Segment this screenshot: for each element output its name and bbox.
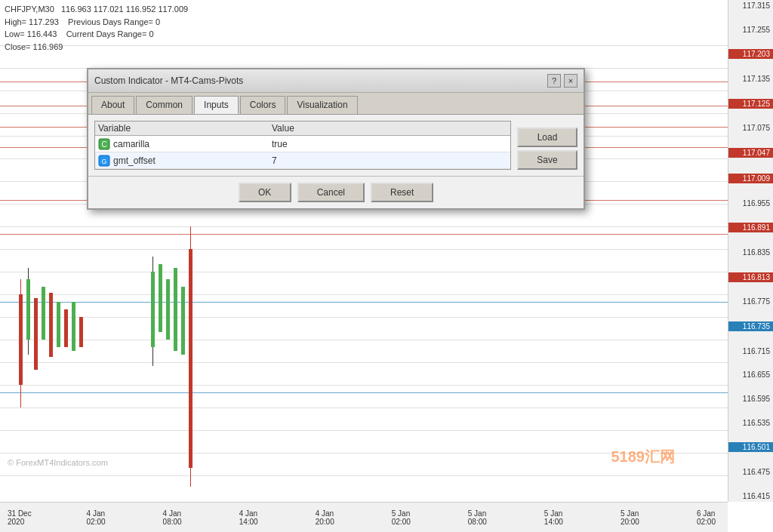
price-label-blue: 116.735 [728,321,773,331]
candle-body [57,302,60,347]
grid-line [0,362,728,363]
candle-body [181,287,185,355]
symbol: CHFJPY,M30 [5,5,54,14]
candle-body [166,279,170,340]
time-axis: 31 Dec 2020 4 Jan 02:00 4 Jan 08:00 4 Ja… [0,502,728,532]
col-variable-header: Variable [98,123,272,134]
reset-button[interactable]: Reset [371,183,433,202]
candle-wick [28,268,29,279]
price-label: 116.835 [728,248,773,257]
time-label: 4 Jan 14:00 [239,509,270,526]
candle-wick [152,347,153,366]
candle-wick [28,340,29,355]
table-body: C camarilla true G gmt_offset 7 [95,136,510,169]
time-label: 5 Jan 14:00 [544,509,575,526]
grid-line [0,249,728,250]
high-info: High= 117.293 Previous Days Range= 0 [5,16,188,29]
grid-line [0,475,728,476]
gmt-offset-icon: G [98,155,110,167]
candle-body [49,293,53,357]
symbol-info: CHFJPY,M30 116.963 117.021 116.952 117.0… [5,3,188,16]
candle-body [151,272,155,347]
candle-body [159,264,162,332]
time-label: 4 Jan 02:00 [87,509,118,526]
time-label: 5 Jan 08:00 [468,509,499,526]
price-label: 116.655 [728,371,773,379]
table-row[interactable]: C camarilla true [95,136,510,152]
price-label: 117.075 [728,124,773,132]
price-label-red: 117.125 [728,99,773,109]
candle-body [79,317,83,347]
low-info: Low= 116.443 Current Days Range= 0 [5,28,188,41]
price-label: 116.955 [728,199,773,208]
dialog-titlebar: Custom Indicator - MT4-Cams-Pivots ? × [88,69,584,93]
table-row[interactable]: G gmt_offset 7 [95,152,510,169]
dialog: Custom Indicator - MT4-Cams-Pivots ? × A… [87,68,585,210]
price-label: 116.415 [728,492,773,500]
grid-line [0,385,728,386]
row-name-camarilla: camarilla [113,139,272,149]
col-value-header: Value [272,123,507,134]
price-label-red: 117.203 [728,49,773,59]
price-axis: 117.315 117.255 117.203 117.135 117.125 … [728,0,773,502]
dialog-controls: ? × [547,74,577,88]
price-line-blue [0,302,728,303]
price-line-blue [0,392,728,393]
ok-button[interactable]: OK [239,183,291,202]
price-label-red: 116.813 [728,272,773,282]
svg-text:C: C [101,140,106,149]
price-label-red: 116.891 [728,223,773,232]
price-label: 116.775 [728,297,773,306]
tab-inputs[interactable]: Inputs [194,96,239,114]
load-button[interactable]: Load [517,128,577,147]
price-label: 117.135 [728,75,773,83]
ohlc: 116.963 117.021 116.952 117.009 [61,5,188,14]
grid-line [0,272,728,272]
price-label: 116.535 [728,419,773,427]
price-label: 117.255 [728,26,773,34]
time-label: 31 Dec 2020 [8,509,42,526]
grid-line [0,317,728,318]
tab-common[interactable]: Common [136,96,192,114]
watermark-left: © ForexMT4Indicators.com [8,458,108,467]
time-label: 4 Jan 08:00 [163,509,194,526]
dialog-content: Variable Value C camarilla true [88,115,584,176]
tab-about[interactable]: About [91,96,134,114]
watermark-right: 5189汇网 [611,447,676,467]
price-line-red [0,234,728,235]
candle-wick [190,468,191,487]
tab-visualization[interactable]: Visualization [287,96,357,114]
grid-line [0,226,728,227]
grid-line [0,294,728,295]
svg-text:G: G [101,158,106,165]
row-value-camarilla: true [272,139,507,149]
candle-wick [190,226,191,249]
candle-wick [152,257,153,272]
candle-body [42,287,45,340]
candle-body [64,309,68,347]
candle-body [72,302,75,351]
cancel-button[interactable]: Cancel [297,183,365,202]
time-label: 6 Jan 02:00 [697,509,728,526]
help-button[interactable]: ? [547,74,561,88]
save-button[interactable]: Save [517,150,577,170]
time-label: 5 Jan 20:00 [621,509,651,526]
row-name-gmt-offset: gmt_offset [113,155,272,166]
dialog-footer: OK Cancel Reset [88,176,584,208]
price-label-blue: 116.501 [728,442,773,452]
dialog-title: Custom Indicator - MT4-Cams-Pivots [94,75,243,86]
price-label: 116.475 [728,468,773,476]
candle-wick [20,279,21,294]
price-label-red: 117.009 [728,174,773,183]
time-label: 5 Jan 02:00 [392,509,423,526]
candle-body [19,294,23,385]
candle-body [26,279,30,340]
tab-bar: About Common Inputs Colors Visualization [88,93,584,115]
price-label: 117.315 [728,2,773,10]
candle-body [34,298,38,370]
candle-body [189,249,192,468]
tab-colors[interactable]: Colors [240,96,286,114]
price-label: 116.595 [728,395,773,403]
row-value-gmt-offset: 7 [272,155,507,166]
close-button[interactable]: × [564,74,577,88]
